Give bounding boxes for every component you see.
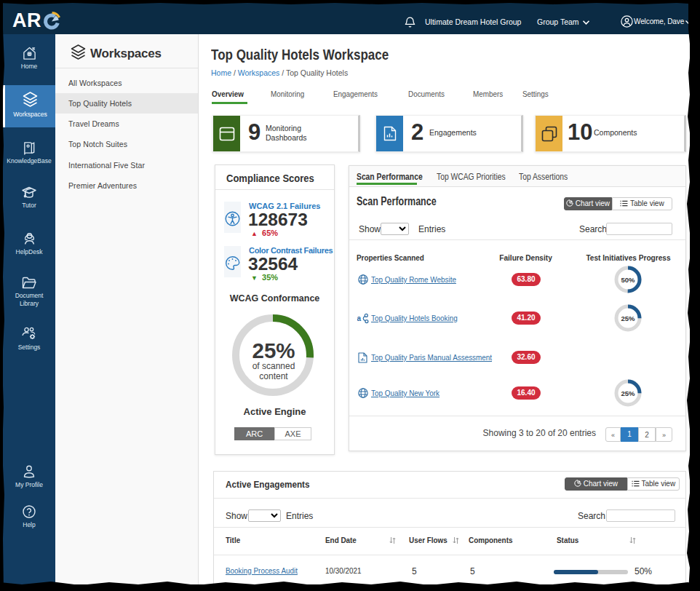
svg-text:a: a	[357, 314, 362, 322]
svg-text:25%: 25%	[621, 389, 635, 397]
svg-text:50%: 50%	[621, 276, 635, 284]
svg-text:25%: 25%	[621, 314, 635, 322]
